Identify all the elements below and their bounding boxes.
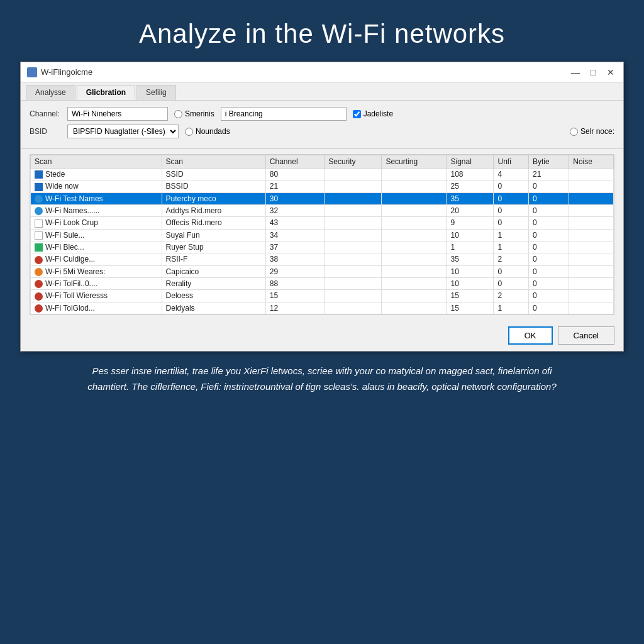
cell-signal-3: 20 — [447, 204, 494, 216]
table-row[interactable]: Wide now BSSID 21 25 0 0 — [31, 180, 614, 192]
cell-name-6: W-Fi Blec... — [31, 241, 162, 253]
table-row[interactable]: W-Fi Culdige... RSII-F 38 35 2 0 — [31, 253, 614, 265]
titlebar-controls: — □ ✕ — [569, 66, 617, 79]
table-row[interactable]: W-Fi Names...... Addtys Rid.mero 32 20 0… — [31, 204, 614, 216]
cell-unfi-2: 0 — [494, 192, 529, 204]
cell-securting-2 — [382, 192, 447, 204]
minimize-button[interactable]: — — [569, 66, 582, 79]
table-row[interactable]: W-Fi TolFil..0.... Rerality 88 10 0 0 — [31, 277, 614, 289]
cell-security-8 — [325, 265, 382, 277]
cell-securting-5 — [382, 229, 447, 241]
cell-securting-1 — [382, 180, 447, 192]
cell-channel-10: 15 — [265, 290, 324, 302]
close-button[interactable]: ✕ — [604, 66, 617, 79]
table-row[interactable]: W-Fi 5Mi Weares: Capicaico 29 10 0 0 — [31, 265, 614, 277]
cell-name-10: W-Fi Toll Wieresss — [31, 290, 162, 302]
cell-signal-7: 35 — [447, 253, 494, 265]
table-row[interactable]: Stede SSID 80 108 4 21 — [31, 169, 614, 180]
cell-bytie-10: 0 — [529, 290, 569, 302]
cell-security-11 — [325, 302, 382, 314]
tab-glicbration[interactable]: Glicbration — [77, 85, 135, 100]
cell-name-11: W-Fi TolGlod... — [31, 302, 162, 314]
cell-bytie-2: 0 — [529, 192, 569, 204]
channel-label: Channel: — [30, 109, 61, 118]
cell-signal-11: 15 — [447, 302, 494, 314]
cell-name-3: W-Fi Names...... — [31, 204, 162, 216]
button-row: OK Cancel — [21, 320, 623, 351]
cell-unfi-5: 1 — [494, 229, 529, 241]
cell-unfi-9: 0 — [494, 277, 529, 289]
cell-unfi-11: 1 — [494, 302, 529, 314]
cell-noise-10 — [569, 290, 614, 302]
cell-bytie-3: 0 — [529, 204, 569, 216]
checkbox-jadeliste-btn[interactable] — [353, 110, 361, 118]
cell-signal-1: 25 — [447, 180, 494, 192]
cell-noise-0 — [569, 169, 614, 180]
cancel-button[interactable]: Cancel — [558, 326, 614, 345]
cell-ssid-1: BSSID — [162, 180, 265, 192]
channel-input[interactable] — [67, 107, 168, 121]
cell-security-2 — [325, 192, 382, 204]
table-row[interactable]: W-Fi TolGlod... Deldyals 12 15 1 0 — [31, 302, 614, 314]
bssid-label: BSID — [30, 127, 61, 136]
cell-signal-5: 10 — [447, 229, 494, 241]
table-row[interactable]: W-Fi Blec... Ruyer Stup 37 1 1 0 — [31, 241, 614, 253]
tab-analysse[interactable]: Analysse — [26, 85, 75, 100]
cell-noise-11 — [569, 302, 614, 314]
ok-button[interactable]: OK — [508, 326, 553, 345]
maximize-button[interactable]: □ — [587, 66, 599, 79]
radio-noundads: Noundads — [185, 127, 230, 136]
cell-security-6 — [325, 241, 382, 253]
cell-name-8: W-Fi 5Mi Weares: — [31, 265, 162, 277]
tab-sefilig[interactable]: Sefilig — [136, 85, 176, 100]
cell-ssid-10: Deloess — [162, 290, 265, 302]
cell-unfi-4: 0 — [494, 217, 529, 229]
cell-ssid-0: SSID — [162, 169, 265, 180]
radio-selrnoce-label: Selr noce: — [580, 127, 614, 136]
cell-bytie-7: 0 — [529, 253, 569, 265]
cell-unfi-6: 1 — [494, 241, 529, 253]
cell-ssid-2: Puterchy meco — [162, 192, 265, 204]
radio-selrnoce: Selr noce: — [570, 127, 614, 136]
cell-ssid-7: RSII-F — [162, 253, 265, 265]
input2[interactable] — [221, 107, 347, 121]
cell-security-0 — [325, 169, 382, 180]
cell-securting-9 — [382, 277, 447, 289]
cell-ssid-4: Offecis Rid.mero — [162, 217, 265, 229]
cell-unfi-10: 2 — [494, 290, 529, 302]
th-securting: Securting — [382, 155, 447, 169]
cell-name-1: Wide now — [31, 180, 162, 192]
titlebar: W-iFlingoicme — □ ✕ — [21, 62, 623, 82]
radio-noundads-btn[interactable] — [185, 128, 193, 136]
table-row[interactable]: W-Fi Look Crup Offecis Rid.mero 43 9 0 0 — [31, 217, 614, 229]
network-table-container: Scan Scan Channel Security Securting Sig… — [30, 154, 614, 315]
cell-securting-11 — [382, 302, 447, 314]
bssid-select[interactable]: BIPSFID Nuaglatter (-Slles) — [67, 125, 179, 138]
cell-noise-1 — [569, 180, 614, 192]
cell-ssid-9: Rerality — [162, 277, 265, 289]
cell-unfi-7: 2 — [494, 253, 529, 265]
cell-signal-6: 1 — [447, 241, 494, 253]
cell-unfi-0: 4 — [494, 169, 529, 180]
cell-noise-8 — [569, 265, 614, 277]
form-area: Channel: Smerinis Jadeliste BSID BIPSFID… — [21, 101, 623, 149]
table-row[interactable]: W-Fi Toll Wieresss Deloess 15 15 2 0 — [31, 290, 614, 302]
cell-ssid-11: Deldyals — [162, 302, 265, 314]
radio-selrnoce-btn[interactable] — [570, 128, 578, 136]
cell-channel-4: 43 — [265, 217, 324, 229]
th-bytie: Bytie — [529, 155, 569, 169]
titlebar-left: W-iFlingoicme — [27, 67, 92, 77]
cell-name-9: W-Fi TolFil..0.... — [31, 277, 162, 289]
cell-security-3 — [325, 204, 382, 216]
app-icon — [27, 67, 37, 77]
radio-smerinis-btn[interactable] — [174, 110, 182, 118]
checkbox-jadeliste-label: Jadeliste — [364, 109, 393, 118]
cell-signal-10: 15 — [447, 290, 494, 302]
cell-security-5 — [325, 229, 382, 241]
table-row[interactable]: W-Fi Sule... Suyal Fun 34 10 1 0 — [31, 229, 614, 241]
table-row[interactable]: W-Fi Test Names Puterchy meco 30 35 0 0 — [31, 192, 614, 204]
cell-signal-2: 35 — [447, 192, 494, 204]
cell-noise-6 — [569, 241, 614, 253]
cell-channel-7: 38 — [265, 253, 324, 265]
cell-security-1 — [325, 180, 382, 192]
